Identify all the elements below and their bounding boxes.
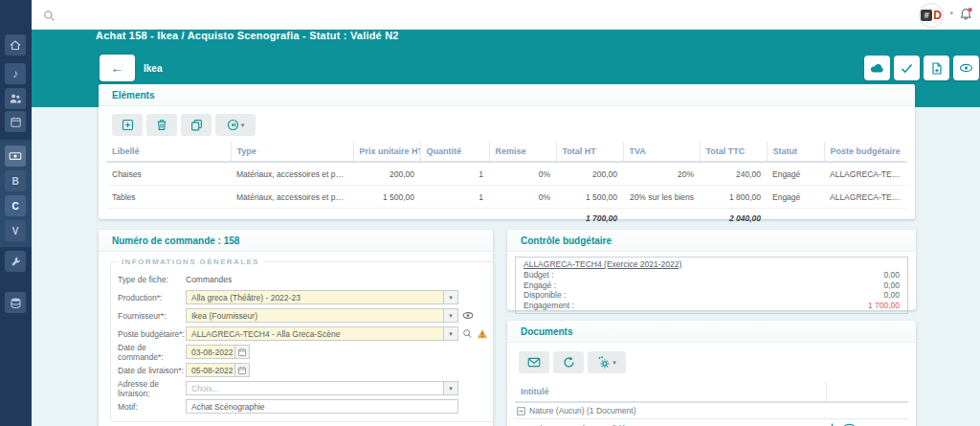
back-button[interactable]: ← — [100, 55, 135, 81]
budget-panel: Contrôle budgétaire ALLAGRECA-TECH4 (Exe… — [507, 230, 916, 310]
calendar-picker-icon[interactable] — [235, 363, 250, 377]
caret-down-icon: ▾ — [612, 359, 616, 367]
select-caret-icon[interactable]: ▾ — [443, 309, 457, 322]
totals-row: 1 700,00 2 040,00 — [106, 209, 907, 229]
motif-input[interactable]: Achat Scénographie — [186, 399, 458, 414]
table-row[interactable]: Tables Matériaux, accessoires et petit é… — [106, 186, 907, 209]
order-panel-title: Numéro de commande : 158 — [112, 235, 239, 246]
notifications-bell[interactable] — [959, 7, 973, 25]
document-export-button[interactable] — [924, 56, 949, 80]
sidebar-item-finance[interactable] — [5, 146, 26, 167]
col-total-ttc[interactable]: Total TTC — [700, 142, 767, 162]
cell-statut: Engagé — [767, 162, 824, 186]
fournisseur-value: Ikea (Fournisseur) — [187, 311, 443, 321]
sidebar-item-tools[interactable] — [5, 251, 26, 272]
preview-button[interactable] — [953, 56, 979, 80]
motif-value: Achat Scénographie — [191, 402, 265, 412]
download-icon[interactable] — [827, 422, 837, 426]
production-select[interactable]: Alla greca (Théâtre) - 2022-23 ▾ — [186, 290, 458, 304]
documents-table-header: Intitulé — [515, 382, 908, 403]
col-type[interactable]: Type — [231, 142, 353, 162]
select-caret-icon[interactable]: ▾ — [443, 291, 457, 303]
poste-budgetaire-select[interactable]: ALLAGRECA-TECH4 - Alla Greca-Scène ▾ — [186, 326, 458, 341]
documents-settings-button[interactable]: ▾ — [588, 351, 626, 373]
cell-tva: 20% — [623, 162, 700, 186]
cell-total-ttc: 240,00 — [700, 162, 767, 186]
app-sidebar: ♪ B C V — [0, 0, 32, 426]
database-icon — [10, 297, 22, 309]
sidebar-item-music[interactable]: ♪ — [5, 63, 26, 84]
field-label: Fournisseur*: — [118, 311, 186, 321]
budget-panel-header: Contrôle budgétaire — [507, 230, 916, 252]
select-caret-icon[interactable]: ▾ — [443, 382, 457, 394]
duplicate-row-button[interactable] — [181, 114, 212, 136]
sidebar-item-users[interactable] — [5, 88, 26, 109]
date-livraison-input[interactable]: 05-08-2022 — [186, 363, 235, 377]
add-row-button[interactable] — [112, 114, 143, 136]
col-intitule[interactable]: Intitulé — [515, 387, 826, 396]
save-cloud-button[interactable] — [864, 56, 890, 80]
sidebar-item-database[interactable] — [5, 292, 26, 313]
col-statut[interactable]: Statut — [767, 142, 824, 162]
elements-panel-header: Eléments — [99, 84, 915, 106]
col-quantite[interactable]: Quantité — [420, 142, 489, 162]
app-logo[interactable]: #D — [919, 3, 944, 28]
budget-row: Engagé : 0,00 — [523, 280, 900, 291]
col-prix-unitaire[interactable]: Prix unitaire HT — [353, 142, 420, 162]
validate-button[interactable] — [894, 56, 920, 80]
col-tva[interactable]: TVA — [623, 142, 700, 162]
col-remise[interactable]: Remise — [489, 142, 556, 162]
view-supplier-eye-icon[interactable] — [462, 311, 474, 320]
table-row[interactable]: Chaises Matériaux, accessoires et petit … — [106, 162, 907, 186]
fournisseur-select[interactable]: Ikea (Fournisseur) ▾ — [186, 308, 458, 323]
budget-summary-box: ALLAGRECA-TECH4 (Exercice 2021-2022) Bud… — [515, 257, 908, 314]
plus-square-icon — [122, 119, 134, 131]
sidebar-item-b[interactable]: B — [5, 170, 26, 191]
field-label: Motif: — [118, 402, 186, 412]
context-label: Ikea — [144, 63, 162, 74]
lookup-magnifier-icon[interactable] — [462, 328, 473, 339]
page-title: Achat 158 - Ikea / Acquisto Scenografia … — [96, 30, 399, 41]
collapse-box-icon[interactable] — [517, 407, 525, 415]
cell-total-ttc: 1 800,00 — [700, 186, 767, 209]
select-caret-icon[interactable]: ▾ — [443, 327, 457, 340]
col-total-ht[interactable]: Total HT — [556, 142, 623, 162]
sidebar-item-v[interactable]: V — [5, 220, 26, 241]
logo-hash: # — [921, 10, 932, 21]
send-mail-button[interactable] — [519, 351, 549, 373]
bell-icon — [959, 7, 973, 21]
budget-label: Budget : — [523, 270, 554, 280]
total-ht-value: 1 700,00 — [556, 209, 623, 229]
cell-type: Matériaux, accessoires et petit équipem.… — [231, 162, 353, 186]
chevron-down-icon[interactable]: ▾ — [949, 10, 953, 17]
sidebar-item-c[interactable]: C — [5, 195, 26, 216]
col-poste-budgetaire[interactable]: Poste budgétaire — [824, 142, 907, 162]
top-bar: #D ▾ — [32, 0, 980, 30]
date-commande-input[interactable]: 03-08-2022 — [186, 345, 235, 359]
elements-panel: Eléments ▾ Libellé Type Prix un — [99, 84, 915, 219]
field-motif: Motif: Achat Scénographie — [118, 399, 488, 414]
calendar-picker-icon[interactable] — [235, 345, 250, 359]
row-actions-button[interactable]: ▾ — [215, 114, 256, 136]
calendar-icon — [10, 116, 22, 128]
refresh-icon — [563, 356, 575, 369]
tools-icon — [10, 256, 22, 268]
delete-row-button[interactable] — [146, 114, 177, 136]
search-icon[interactable] — [43, 9, 56, 26]
cell-total-ht: 200,00 — [556, 162, 623, 186]
header-actions — [864, 56, 979, 80]
music-icon: ♪ — [12, 67, 18, 80]
sidebar-item-calendar[interactable] — [5, 111, 26, 132]
col-libelle[interactable]: Libellé — [106, 142, 231, 162]
cell-libelle: Tables — [106, 186, 231, 209]
documents-group-row[interactable]: Nature (Aucun) (1 Document) — [515, 403, 908, 419]
refresh-button[interactable] — [553, 351, 584, 373]
budget-row: Disponible : 0,00 — [523, 290, 900, 301]
sidebar-item-home[interactable] — [5, 34, 26, 56]
budget-account-link[interactable]: ALLAGRECA-TECH4 (Exercice 2021-2022) — [523, 259, 681, 269]
documents-panel-header: Documents — [507, 321, 916, 343]
budget-row: Budget : 0,00 — [523, 270, 900, 280]
adresse-placeholder: Choix... — [187, 384, 443, 393]
adresse-livraison-select[interactable]: Choix... ▾ — [186, 381, 458, 395]
document-row[interactable]: Bon de commande V2 Validé N1 03-08-2022 — [515, 419, 908, 426]
